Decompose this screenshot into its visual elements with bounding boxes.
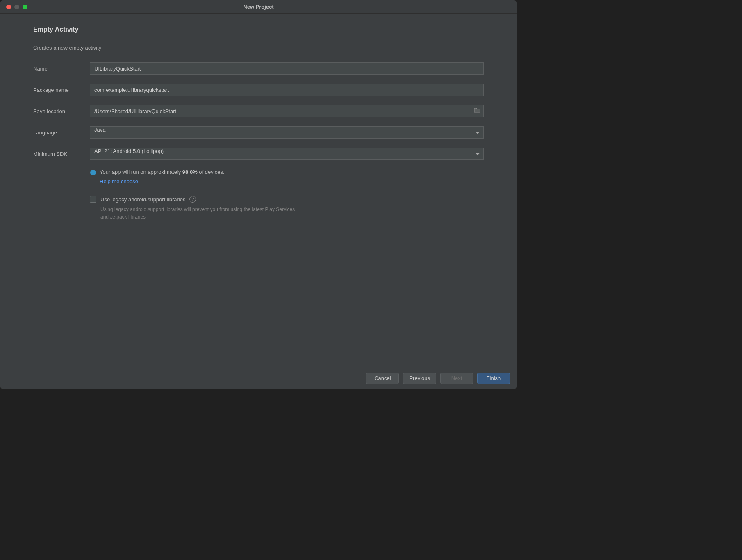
- name-label: Name: [33, 66, 90, 72]
- titlebar: New Project: [0, 0, 517, 14]
- help-icon[interactable]: ?: [189, 196, 196, 203]
- name-input[interactable]: [90, 62, 484, 75]
- page-subheading: Creates a new empty activity: [33, 45, 484, 51]
- next-button[interactable]: Next: [440, 373, 473, 384]
- content-area: Empty Activity Creates a new empty activ…: [0, 14, 517, 367]
- cancel-button[interactable]: Cancel: [366, 373, 399, 384]
- window-title: New Project: [243, 4, 273, 10]
- language-row: Language Java: [33, 126, 484, 139]
- language-label: Language: [33, 130, 90, 136]
- svg-point-2: [93, 171, 93, 171]
- new-project-window: New Project Empty Activity Creates a new…: [0, 0, 517, 389]
- package-row: Package name: [33, 84, 484, 96]
- window-controls: [0, 5, 27, 9]
- maximize-button[interactable]: [23, 5, 27, 9]
- name-row: Name: [33, 62, 484, 75]
- sdk-label: Minimum SDK: [33, 151, 90, 157]
- info-icon: [90, 169, 96, 176]
- package-input[interactable]: [90, 84, 484, 96]
- legacy-checkbox-label: Use legacy android.support libraries: [100, 196, 185, 203]
- info-prefix: Your app will run on approximately: [100, 169, 182, 175]
- svg-rect-1: [93, 172, 93, 175]
- page-heading: Empty Activity: [33, 26, 484, 33]
- finish-button[interactable]: Finish: [477, 373, 510, 384]
- footer: Cancel Previous Next Finish: [0, 367, 517, 389]
- location-label: Save location: [33, 108, 90, 114]
- location-input[interactable]: [90, 105, 484, 117]
- location-row: Save location: [33, 105, 484, 117]
- sdk-row: Minimum SDK API 21: Android 5.0 (Lollipo…: [33, 148, 484, 160]
- close-button[interactable]: [6, 5, 11, 9]
- legacy-checkbox-row: Use legacy android.support libraries ?: [90, 196, 484, 203]
- sdk-coverage-text: Your app will run on approximately 98.0%…: [100, 169, 225, 175]
- sdk-select[interactable]: API 21: Android 5.0 (Lollipop): [90, 148, 484, 160]
- info-percent: 98.0%: [182, 169, 198, 175]
- legacy-checkbox[interactable]: [90, 196, 96, 203]
- package-label: Package name: [33, 87, 90, 93]
- help-me-choose-link[interactable]: Help me choose: [100, 178, 484, 184]
- legacy-hint: Using legacy android.support libraries w…: [100, 206, 297, 221]
- sdk-info-block: Your app will run on approximately 98.0%…: [90, 169, 484, 221]
- previous-button[interactable]: Previous: [403, 373, 436, 384]
- minimize-button[interactable]: [14, 5, 19, 9]
- language-select[interactable]: Java: [90, 126, 484, 139]
- info-suffix: of devices.: [198, 169, 225, 175]
